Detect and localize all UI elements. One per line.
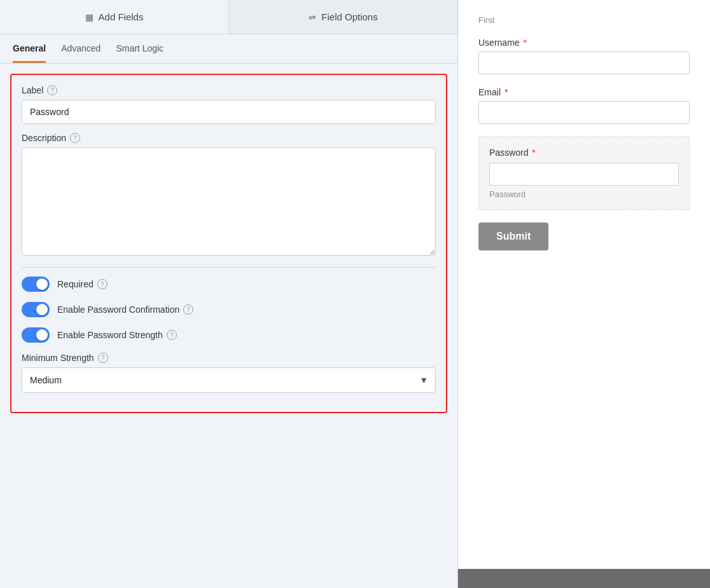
form-preview: First Username * Email * Password * [458, 0, 710, 569]
confirmation-help-icon[interactable]: ? [183, 304, 193, 315]
label-text: Label [22, 85, 43, 95]
required-toggle[interactable] [22, 277, 50, 292]
field-options-content: Label ? Description ? [0, 64, 457, 588]
email-required-star: * [505, 87, 508, 97]
strength-toggle[interactable] [22, 327, 50, 343]
field-options-label: Field Options [321, 11, 377, 22]
confirmation-label: Enable Password Confirmation ? [57, 304, 193, 315]
email-group: Email * [478, 87, 690, 124]
password-hint: Password [489, 189, 679, 199]
description-text: Description [22, 133, 66, 143]
label-field-label: Label ? [22, 85, 436, 95]
left-panel: ▦ Add Fields ⇌ Field Options General Adv… [0, 0, 458, 588]
description-help-icon[interactable]: ? [70, 133, 80, 143]
first-name-group: First [478, 15, 690, 25]
confirmation-toggle-row: Enable Password Confirmation ? [22, 302, 436, 317]
min-strength-help-icon[interactable]: ? [98, 353, 108, 363]
required-slider [22, 277, 50, 292]
description-input[interactable] [22, 147, 436, 256]
label-row: Label ? [22, 85, 436, 124]
right-bottom-bar [458, 569, 710, 588]
top-tabs: ▦ Add Fields ⇌ Field Options [0, 0, 457, 34]
strength-slider [22, 327, 50, 343]
username-label: Username * [478, 38, 690, 48]
password-input[interactable] [489, 163, 679, 186]
strength-help-icon[interactable]: ? [167, 330, 177, 340]
label-input[interactable] [22, 100, 436, 124]
password-section: Password * Password [478, 137, 690, 210]
required-toggle-row: Required ? [22, 277, 436, 292]
description-row: Description ? [22, 133, 436, 258]
required-label: Required ? [57, 279, 108, 289]
add-fields-label: Add Fields [99, 11, 144, 22]
strength-label: Enable Password Strength ? [57, 330, 177, 340]
min-strength-row: Minimum Strength ? None Weak Fair Medium… [22, 353, 436, 393]
sub-tabs: General Advanced Smart Logic [0, 34, 457, 64]
username-input[interactable] [478, 51, 690, 74]
required-help-icon[interactable]: ? [97, 279, 108, 289]
min-strength-label: Minimum Strength ? [22, 353, 436, 363]
tab-field-options[interactable]: ⇌ Field Options [229, 0, 457, 34]
password-required-star: * [532, 147, 535, 158]
add-fields-icon: ▦ [85, 12, 94, 22]
strength-toggle-row: Enable Password Strength ? [22, 327, 436, 343]
sub-tab-advanced-label: Advanced [61, 43, 101, 53]
sub-tab-general-label: General [13, 43, 46, 53]
username-group: Username * [478, 38, 690, 74]
email-label: Email * [478, 87, 690, 97]
confirmation-slider [22, 302, 50, 317]
sub-tab-smart-logic-label: Smart Logic [116, 43, 164, 53]
right-panel: First Username * Email * Password * [458, 0, 710, 588]
label-help-icon[interactable]: ? [47, 85, 57, 95]
min-strength-select[interactable]: None Weak Fair Medium Strong [22, 367, 436, 393]
options-box: Label ? Description ? [10, 74, 447, 413]
password-label: Password * [489, 147, 679, 158]
submit-button[interactable]: Submit [478, 222, 548, 250]
sub-tab-smart-logic[interactable]: Smart Logic [116, 34, 164, 63]
description-field-label: Description ? [22, 133, 436, 143]
first-name-hint: First [478, 15, 690, 25]
email-input[interactable] [478, 101, 690, 124]
divider-1 [22, 267, 436, 268]
min-strength-select-wrapper: None Weak Fair Medium Strong ▼ [22, 367, 436, 393]
tab-add-fields[interactable]: ▦ Add Fields [0, 0, 229, 34]
sub-tab-advanced[interactable]: Advanced [61, 34, 101, 63]
confirmation-toggle[interactable] [22, 302, 50, 317]
field-options-icon: ⇌ [309, 12, 316, 22]
sub-tab-general[interactable]: General [13, 34, 46, 63]
username-required-star: * [523, 38, 526, 48]
